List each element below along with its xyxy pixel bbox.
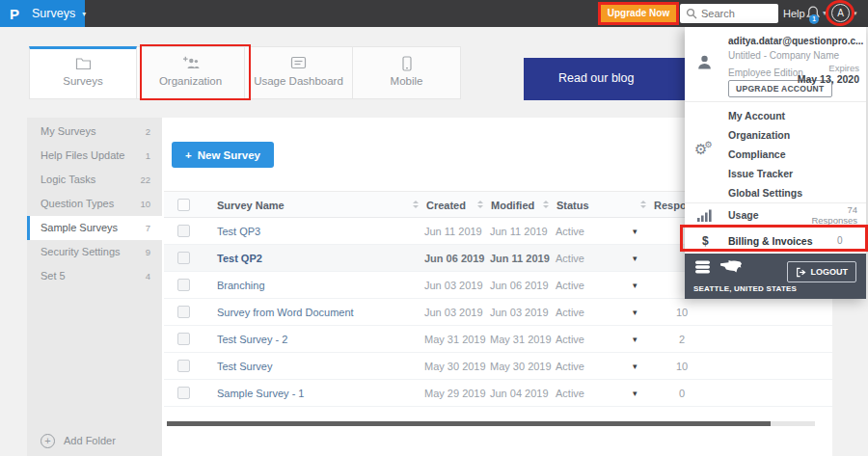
- row-checkbox[interactable]: [177, 360, 190, 372]
- survey-name-link[interactable]: Test QP2: [217, 245, 262, 272]
- product-menu[interactable]: P Surveys ▾: [0, 0, 85, 27]
- new-survey-label: New Survey: [198, 149, 260, 161]
- tab-usage-dashboard[interactable]: Usage Dashboard: [245, 46, 353, 99]
- banner-label: Read our blog: [558, 71, 635, 85]
- status-value: Active: [556, 326, 584, 353]
- column-header-survey-name[interactable]: Survey Name: [217, 192, 285, 219]
- help-link[interactable]: Help: [783, 8, 805, 19]
- sidebar-item-count: 4: [146, 264, 150, 288]
- row-actions-caret[interactable]: ▾: [633, 272, 637, 299]
- expires-date: May 13, 2020: [798, 73, 859, 85]
- table-row: Survey from Word Document Jun 03 2019 Ju…: [164, 299, 832, 326]
- account-avatar[interactable]: A: [831, 4, 850, 22]
- row-checkbox[interactable]: [177, 225, 190, 237]
- row-checkbox[interactable]: [177, 333, 190, 345]
- select-all-checkbox[interactable]: [177, 199, 190, 211]
- survey-name-link[interactable]: Sample Survey - 1: [217, 380, 304, 407]
- plus-icon: +: [185, 149, 192, 161]
- row-checkbox[interactable]: [177, 279, 190, 291]
- sidebar-item-label: Security Settings: [41, 240, 121, 264]
- upgrade-now-button[interactable]: Upgrade Now: [601, 5, 676, 22]
- dollar-icon: $: [702, 228, 709, 254]
- billing-invoices-row[interactable]: $ Billing & Invoices 0: [685, 228, 866, 254]
- chevron-down-icon: ▾: [82, 10, 86, 18]
- united-states-map-icon: [719, 259, 743, 275]
- sidebar-item-sample-surveys[interactable]: Sample Surveys 7: [27, 216, 162, 240]
- table-row: Test Survey - 2 May 31 2019 May 31 2019 …: [164, 326, 832, 353]
- logout-button[interactable]: LOGOUT: [787, 261, 857, 282]
- notification-count-badge: 1: [809, 14, 819, 24]
- settings-gears-icon: ⚙⚙: [694, 141, 716, 158]
- modified-date: May 30 2019: [490, 353, 552, 380]
- row-actions-caret[interactable]: ▾: [633, 380, 637, 407]
- sidebar-item-my-surveys[interactable]: My Surveys 2: [27, 120, 162, 144]
- column-header-created[interactable]: Created: [426, 192, 466, 219]
- row-actions-caret[interactable]: ▾: [633, 218, 637, 245]
- sort-icon[interactable]: [413, 201, 419, 208]
- menu-item-my-account[interactable]: My Account: [685, 106, 866, 125]
- modified-date: May 31 2019: [490, 326, 552, 353]
- tab-mobile[interactable]: Mobile: [353, 46, 461, 99]
- top-bar: P Surveys ▾ Upgrade Now Help 1 ▾ A ▾: [0, 0, 868, 27]
- sidebar-item-label: Sample Surveys: [41, 216, 118, 240]
- column-header-status[interactable]: Status: [556, 192, 589, 219]
- status-value: Active: [556, 245, 584, 272]
- survey-name-link[interactable]: Test QP3: [217, 218, 260, 245]
- column-header-modified[interactable]: Modified: [491, 192, 534, 219]
- chevron-down-icon: ▾: [823, 9, 827, 17]
- questionpro-surveys-page: P Surveys ▾ Upgrade Now Help 1 ▾ A ▾: [0, 0, 868, 456]
- created-date: Jun 11 2019: [424, 218, 482, 245]
- sidebar-item-question-types[interactable]: Question Types 10: [27, 192, 162, 216]
- sidebar-item-set-5[interactable]: Set 5 4: [27, 264, 162, 288]
- survey-name-link[interactable]: Branching: [217, 272, 265, 299]
- sort-icon[interactable]: [543, 201, 549, 208]
- new-survey-button[interactable]: +New Survey: [172, 142, 274, 168]
- row-actions-caret[interactable]: ▾: [633, 326, 637, 353]
- row-actions-caret[interactable]: ▾: [633, 299, 637, 326]
- table-row: Test Survey May 30 2019 May 30 2019 Acti…: [164, 353, 832, 380]
- modified-date: Jun 06 2019: [490, 272, 549, 299]
- row-checkbox[interactable]: [177, 306, 190, 318]
- survey-name-link[interactable]: Survey from Word Document: [217, 299, 354, 326]
- row-actions-caret[interactable]: ▾: [633, 245, 637, 272]
- add-folder-label: Add Folder: [64, 435, 116, 446]
- horizontal-scrollbar-track[interactable]: [167, 421, 815, 426]
- horizontal-scrollbar-thumb[interactable]: [167, 421, 771, 426]
- plus-circle-icon: +: [41, 434, 55, 448]
- sidebar-item-count: 7: [146, 216, 150, 240]
- sidebar-item-logic-tasks[interactable]: Logic Tasks 22: [27, 168, 162, 192]
- sort-icon[interactable]: [640, 201, 646, 208]
- modified-date: Jun 11 2019: [490, 218, 548, 245]
- menu-item-global-settings[interactable]: Global Settings: [685, 183, 866, 202]
- sidebar-item-label: Logic Tasks: [41, 168, 95, 192]
- survey-name-link[interactable]: Test Survey: [217, 353, 272, 380]
- row-checkbox[interactable]: [177, 387, 190, 399]
- add-folder-button[interactable]: + Add Folder: [27, 425, 162, 456]
- sidebar-item-security-settings[interactable]: Security Settings 9: [27, 240, 162, 264]
- account-email: aditya.datar@questionpro.c...: [728, 36, 863, 46]
- sort-icon[interactable]: [477, 201, 483, 208]
- usage-menu-row[interactable]: Usage 74Responses: [685, 202, 866, 228]
- row-checkbox[interactable]: [177, 252, 190, 264]
- table-row: Sample Survey - 1 May 29 2019 Jun 04 201…: [164, 380, 832, 407]
- row-actions-caret[interactable]: ▾: [633, 353, 637, 380]
- created-date: May 30 2019: [424, 353, 486, 380]
- dropdown-footer: SEATTLE, UNITED STATES LOGOUT: [685, 254, 866, 299]
- sidebar-item-count: 10: [140, 192, 150, 216]
- created-date: May 29 2019: [424, 380, 486, 407]
- sidebar-item-help-files-update[interactable]: Help Files Update 1: [27, 144, 162, 168]
- mobile-phone-icon: [353, 56, 460, 72]
- usage-label: Usage: [728, 202, 759, 228]
- folder-icon: [30, 56, 136, 72]
- billing-value: 0: [837, 228, 843, 254]
- tab-organization[interactable]: Organization: [137, 46, 245, 99]
- sidebar-item-count: 2: [146, 120, 150, 144]
- chevron-down-icon: ▾: [854, 10, 857, 17]
- status-value: Active: [556, 380, 584, 407]
- sidebar-item-count: 9: [146, 240, 150, 264]
- logout-icon: [796, 267, 806, 278]
- tab-surveys[interactable]: Surveys: [29, 46, 137, 99]
- survey-name-link[interactable]: Test Survey - 2: [217, 326, 287, 353]
- responses-count: 0: [663, 380, 701, 407]
- menu-item-issue-tracker[interactable]: Issue Tracker: [685, 164, 866, 183]
